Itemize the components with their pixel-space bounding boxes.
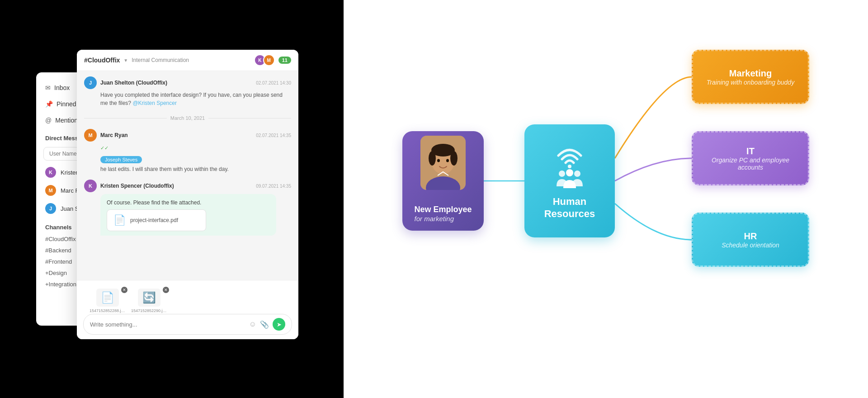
svg-point-7 — [437, 159, 440, 162]
msg-sender-juan: Juan Shelton (CloudOffix) — [100, 80, 167, 86]
attachments-row: ✕ 📄 1547152852288.jpeg ✕ 🔄 1547152852290… — [83, 285, 292, 314]
chat-panel: #CloudOffix ▼ Internal Communication K M… — [77, 50, 298, 339]
file-attachment[interactable]: 📄 project-interface.pdf — [107, 209, 206, 231]
msg-avatar-marc: M — [84, 129, 97, 142]
check-icon: ✓✓ — [100, 145, 108, 151]
hr-card-sub: Schedule orientation — [722, 242, 779, 249]
hr-node: Human Resources — [524, 124, 615, 237]
svg-point-10 — [559, 171, 565, 177]
avatar-2: M — [263, 54, 275, 66]
chat-footer: ✕ 📄 1547152852288.jpeg ✕ 🔄 1547152852290… — [77, 280, 298, 339]
chat-description: Internal Communication — [132, 57, 189, 63]
msg-sender-kristen: Kristen Spencer (Cloudoffix) — [100, 183, 174, 189]
inbox-label: Inbox — [54, 84, 70, 91]
msg-sender-marc: Marc Ryan — [100, 132, 128, 138]
chat-stack: ✉ Inbox 📌 Pinned @ Mention Direct Messag… — [36, 50, 307, 348]
svg-point-9 — [568, 165, 571, 168]
file-icon: 📄 — [113, 214, 126, 226]
chat-input-row: ☺ 📎 ➤ — [83, 314, 292, 335]
msg-text-2: he last edits. I will share them with yo… — [100, 165, 291, 173]
svg-point-8 — [446, 159, 449, 162]
mention-kristen: @Kristen Spencer — [132, 100, 177, 106]
delete-attach-2-btn[interactable]: ✕ — [163, 287, 169, 293]
pinned-label: Pinned — [57, 100, 76, 108]
message-sender-row-1: J Juan Shelton (CloudOffix) 02.07.2021 1… — [84, 76, 291, 89]
employee-photo — [420, 136, 466, 190]
svg-point-12 — [566, 169, 573, 176]
channel-arrow-icon: ▼ — [123, 58, 128, 63]
marketing-title: Marketing — [729, 68, 772, 79]
send-button[interactable]: ➤ — [273, 318, 285, 331]
message-sender-row-3: K Kristen Spencer (Cloudoffix) 09.07.202… — [84, 180, 291, 192]
hr-label-line2: Resources — [544, 208, 595, 220]
attachment-thumb-2: ✕ 🔄 1547152852290.jpeg — [131, 289, 167, 313]
message-block-3: K Kristen Spencer (Cloudoffix) 09.07.202… — [84, 180, 291, 236]
attach-icon-2: 🔄 — [138, 289, 160, 307]
hr-card-title: HR — [744, 231, 757, 242]
it-sub: Organize PC and employee accounts — [693, 156, 808, 171]
it-title: IT — [746, 146, 755, 156]
chat-header: #CloudOffix ▼ Internal Communication K M… — [77, 50, 298, 71]
hr-label-line1: Human — [544, 196, 595, 208]
pin-icon: 📌 — [45, 100, 53, 108]
mention-label: Mention — [55, 117, 78, 124]
tag-joseph: Joseph Steves — [100, 156, 142, 163]
attach-icon-1: 📄 — [96, 289, 119, 307]
new-employee-sublabel: for marketing — [414, 215, 472, 223]
svg-point-11 — [574, 171, 580, 177]
avatar-group: K M — [257, 54, 275, 66]
msg-time-3: 09.07.2021 14:35 — [256, 184, 291, 189]
attach-filename-2: 1547152852290.jpeg — [131, 308, 167, 313]
message-block-2: M Marc Ryan 02.07.2021 14:35 ✓✓ Joseph S… — [84, 129, 291, 173]
channel-name: #CloudOffix — [84, 57, 120, 64]
right-section: New Employee for marketing — [344, 0, 868, 398]
avatar-juan: J — [45, 203, 56, 214]
attachment-thumb-1: ✕ 📄 1547152852288.jpeg — [90, 289, 126, 313]
message-sender-row-2: M Marc Ryan 02.07.2021 14:35 — [84, 129, 291, 142]
hr-people-svg — [554, 169, 585, 190]
marketing-sub: Training with onboarding buddy — [701, 79, 800, 86]
msg-avatar-juan: J — [84, 76, 97, 89]
emoji-icon[interactable]: ☺ — [249, 320, 256, 328]
left-section: ✉ Inbox 📌 Pinned @ Mention Direct Messag… — [0, 0, 344, 398]
message-block-1: J Juan Shelton (CloudOffix) 02.07.2021 1… — [84, 76, 291, 107]
svg-point-6 — [450, 151, 458, 166]
new-employee-label: New Employee — [414, 204, 472, 215]
date-divider: March 10, 2021 — [84, 115, 291, 121]
msg-green-bubble: Of course. Please find the file attached… — [100, 194, 276, 236]
file-name: project-interface.pdf — [130, 217, 178, 223]
inbox-icon: ✉ — [45, 84, 51, 91]
attach-icon[interactable]: 📎 — [260, 320, 269, 329]
delete-attach-1-btn[interactable]: ✕ — [121, 287, 127, 293]
msg-avatar-kristen: K — [84, 180, 97, 192]
chat-messages: J Juan Shelton (CloudOffix) 02.07.2021 1… — [77, 71, 298, 280]
member-count-badge: 11 — [278, 57, 291, 64]
it-node: IT Organize PC and employee accounts — [692, 131, 809, 185]
hr-card-node: HR Schedule orientation — [692, 213, 809, 267]
msg-text-3: Of course. Please find the file attached… — [107, 199, 270, 207]
avatar-marc: M — [45, 185, 56, 196]
workflow-diagram: New Employee for marketing — [402, 41, 809, 357]
mention-icon: @ — [45, 117, 52, 124]
hr-wifi-svg — [554, 142, 585, 169]
chat-input[interactable] — [90, 321, 245, 328]
msg-time-2: 02.07.2021 14:35 — [256, 133, 291, 138]
msg-time-1: 02.07.2021 14:30 — [256, 81, 291, 85]
new-employee-node: New Employee for marketing — [402, 131, 484, 231]
chat-header-right: K M 11 — [257, 54, 291, 66]
msg-text-1: Have you completed the interface design?… — [100, 91, 291, 107]
marketing-node: Marketing Training with onboarding buddy — [692, 50, 809, 104]
chat-header-left: #CloudOffix ▼ Internal Communication — [84, 57, 189, 64]
avatar-kristen: K — [45, 167, 56, 178]
svg-point-5 — [429, 151, 436, 166]
attach-filename-1: 1547152852288.jpeg — [90, 308, 126, 313]
